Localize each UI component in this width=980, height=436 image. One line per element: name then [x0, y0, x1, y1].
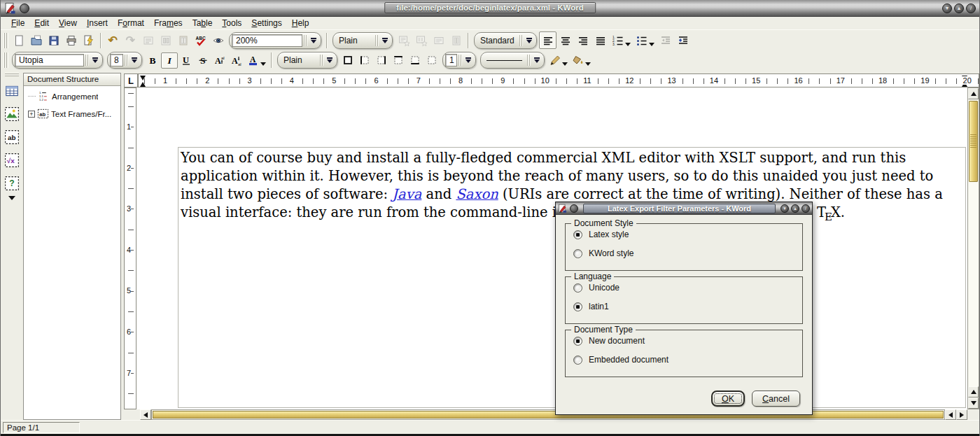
menu-format[interactable]: Format	[113, 17, 149, 29]
increase-indent-button[interactable]	[674, 31, 692, 49]
border-bottom-button[interactable]	[407, 52, 424, 69]
toolbar-handle[interactable]	[4, 52, 8, 68]
open-document-button[interactable]	[27, 31, 45, 49]
maximize-button[interactable]: ▴	[954, 3, 964, 13]
close-button[interactable]: /	[966, 3, 976, 13]
sticky-button[interactable]	[20, 3, 29, 13]
bullet-list-dropdown-icon[interactable]	[649, 43, 654, 46]
scroll-up-button[interactable]	[968, 88, 979, 99]
border-color-button[interactable]	[547, 52, 564, 69]
bold-button[interactable]: B	[144, 52, 161, 69]
document-canvas[interactable]: You can of course buy and install a full…	[136, 87, 967, 409]
paragraph-style-combo[interactable]: Standard	[474, 32, 537, 49]
border-outline-button[interactable]	[340, 52, 356, 69]
vertical-ruler[interactable]: 12345678	[124, 87, 136, 409]
border-left-button[interactable]	[356, 52, 373, 69]
menu-help[interactable]: Help	[287, 17, 314, 29]
radio-latex-style[interactable]	[573, 230, 582, 239]
print-preview-button[interactable]	[80, 31, 97, 49]
menu-edit[interactable]: Edit	[29, 17, 54, 29]
scroll-up-button-2[interactable]	[968, 386, 979, 398]
border-right-button[interactable]	[373, 52, 390, 69]
toolbar-extension-arrow[interactable]	[8, 196, 15, 200]
font-size-combo-value[interactable]: 8	[110, 54, 123, 66]
frame-style-combo[interactable]: Plain	[332, 32, 393, 49]
shade-button[interactable]: ▾	[942, 3, 952, 13]
radio-new-document[interactable]	[573, 337, 582, 346]
table-style-combo[interactable]: Plain	[277, 52, 337, 69]
align-center-button[interactable]	[556, 31, 574, 49]
tree-item-0[interactable]: 1.1.11.2Arrangement	[28, 90, 119, 102]
toolbar-handle[interactable]	[4, 33, 8, 48]
font-family-combo-value[interactable]: Utopia	[15, 54, 84, 66]
align-justify-button[interactable]	[592, 31, 609, 49]
left-indent-marker[interactable]	[140, 76, 146, 87]
insert-object-button[interactable]: ?	[3, 174, 21, 192]
radio-unicode[interactable]	[573, 283, 582, 293]
menu-view[interactable]: View	[54, 17, 82, 29]
radio-latin1[interactable]	[573, 302, 582, 311]
font-family-combo[interactable]: Utopia	[12, 52, 103, 69]
insert-text-frame-button[interactable]: ab	[3, 128, 21, 146]
italic-button[interactable]: I	[161, 52, 178, 69]
tab-type-corner[interactable]: L	[124, 73, 138, 87]
radio-kword-style[interactable]	[573, 249, 582, 258]
border-width-combo[interactable]: 1	[442, 52, 476, 69]
menu-tools[interactable]: Tools	[217, 17, 246, 29]
ok-button[interactable]: OK	[711, 391, 745, 407]
numbered-list-button[interactable]: 1.2.3.	[609, 31, 626, 49]
background-color-dropdown-icon[interactable]	[585, 62, 591, 66]
border-none-button[interactable]	[424, 52, 440, 69]
subscript-button[interactable]: Aal	[228, 52, 245, 69]
titlebar[interactable]: file:/home/peter/doc/beginlatex/para.xml…	[1, 0, 979, 17]
radio-option[interactable]: Latex style	[566, 226, 802, 243]
menu-insert[interactable]: Insert	[82, 17, 113, 29]
font-size-combo-dropdown-icon[interactable]	[130, 57, 139, 63]
font-color-button[interactable]: A	[245, 52, 262, 69]
tree-expander[interactable]: +	[28, 111, 35, 118]
autocorrect-button[interactable]	[209, 31, 227, 49]
horizontal-scroll-track[interactable]	[151, 409, 945, 420]
hyperlink[interactable]: Java	[392, 186, 421, 202]
vertical-scroll-track[interactable]	[968, 99, 979, 386]
zoom-combo-value[interactable]: 200%	[232, 34, 302, 47]
scroll-down-button[interactable]	[968, 398, 979, 409]
background-color-button[interactable]	[570, 52, 587, 69]
toolbar-handle[interactable]	[5, 73, 19, 77]
font-color-dropdown-icon[interactable]	[260, 62, 266, 66]
radio-option[interactable]: Unicode	[566, 279, 802, 296]
scroll-left-button[interactable]	[140, 409, 151, 420]
horizontal-ruler[interactable]: 1234567891011121314151617181920	[138, 73, 979, 87]
horizontal-scrollbar[interactable]	[124, 409, 979, 420]
paragraph-style-combo-dropdown-icon[interactable]	[524, 38, 534, 43]
insert-formula-button[interactable]: √x	[3, 151, 21, 169]
radio-option[interactable]: Embedded document	[566, 351, 802, 368]
dialog-maximize-button[interactable]: ▴	[791, 204, 799, 213]
frame-style-combo-dropdown-icon[interactable]	[380, 38, 390, 43]
new-document-button[interactable]	[10, 31, 27, 49]
font-family-combo-dropdown-icon[interactable]	[90, 57, 100, 63]
table-style-combo-dropdown-icon[interactable]	[325, 57, 335, 63]
zoom-combo[interactable]: 200%	[229, 32, 321, 49]
save-document-button[interactable]	[45, 31, 62, 49]
menu-frames[interactable]: Frames	[149, 17, 188, 29]
border-style-combo[interactable]	[480, 52, 545, 69]
dialog-close-button[interactable]: /	[802, 204, 810, 213]
dialog-shade-button[interactable]: ▾	[780, 204, 789, 213]
radio-option[interactable]: KWord style	[566, 245, 802, 262]
horizontal-scroll-thumb[interactable]	[153, 411, 944, 419]
border-width-combo-dropdown-icon[interactable]	[463, 57, 473, 63]
menu-table[interactable]: Table	[188, 17, 218, 29]
dialog-sticky-button[interactable]	[570, 204, 578, 213]
zoom-combo-dropdown-icon[interactable]	[309, 38, 318, 43]
border-style-combo-dropdown-icon[interactable]	[532, 57, 542, 63]
menu-settings[interactable]: Settings	[246, 17, 286, 29]
vertical-scroll-thumb[interactable]	[969, 101, 978, 182]
radio-embedded-document[interactable]	[573, 356, 582, 365]
strikethrough-button[interactable]: S	[195, 52, 211, 69]
print-button[interactable]	[62, 31, 80, 49]
dialog-titlebar[interactable]: Latex Export Filter Parameters - KWord ▾…	[556, 202, 812, 215]
undo-button[interactable]: ↶	[104, 31, 122, 49]
insert-table-button[interactable]	[3, 82, 21, 100]
hyperlink[interactable]: Saxon	[456, 186, 498, 202]
